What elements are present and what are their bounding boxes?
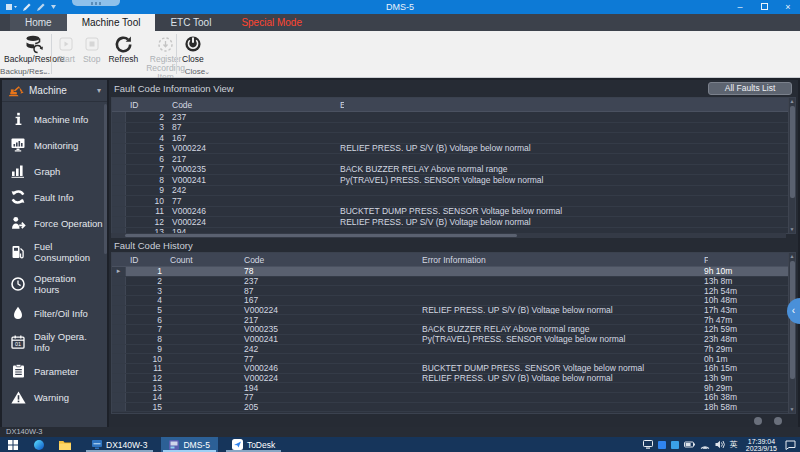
table-row[interactable]: 5V000224RELIEF PRESS. UP S/V (B) Voltage… xyxy=(112,306,795,316)
table-row[interactable]: 6217 xyxy=(112,154,795,165)
column-header[interactable]: ID xyxy=(126,253,166,266)
scrollbar-thumb[interactable] xyxy=(125,234,517,237)
fault-view-hscrollbar[interactable] xyxy=(111,233,786,238)
file-explorer-icon[interactable] xyxy=(52,437,78,452)
group-backup-label[interactable]: Backup/Res...⌄ xyxy=(0,66,50,77)
tab-home[interactable]: Home xyxy=(10,14,67,31)
taskbar-clock[interactable]: 17:39:04 2023/9/15 xyxy=(743,438,780,452)
table-cell xyxy=(418,267,700,276)
sidebar-item-filter-oil-info[interactable]: Filter/Oil Info xyxy=(2,300,107,326)
tray-monitor-icon[interactable] xyxy=(643,440,653,449)
clock-time: 17:39:04 xyxy=(748,438,775,445)
status-dot xyxy=(774,417,782,425)
table-cell xyxy=(418,315,700,324)
table-cell xyxy=(166,277,240,286)
status-dots xyxy=(754,417,782,425)
fault-history-vscrollbar[interactable]: ▲ ▼ xyxy=(788,253,795,413)
all-faults-list-button[interactable]: All Faults List xyxy=(708,82,792,95)
table-row[interactable]: 1077 xyxy=(112,196,795,207)
taskbar-item-todesk[interactable]: ToDesk xyxy=(224,437,283,452)
table-row[interactable]: 11V000246BUCKTET DUMP PRESS. SENSOR Volt… xyxy=(112,364,795,374)
table-row[interactable]: 7V000235BACK BUZZER RELAY Above normal r… xyxy=(112,165,795,176)
column-header[interactable]: Code xyxy=(168,98,336,111)
column-header[interactable]: Code xyxy=(240,253,418,266)
system-tray: 英 17:39:04 2023/9/15 xyxy=(643,437,800,452)
table-row[interactable]: 1520518h 58m xyxy=(112,403,795,413)
sidebar-item-operation-hours[interactable]: Operation Hours xyxy=(2,268,107,300)
tray-todesk-icon[interactable] xyxy=(658,441,666,449)
column-header[interactable]: ID xyxy=(126,98,168,111)
sidebar-item-force-operation[interactable]: Force Operation xyxy=(2,210,107,236)
table-row[interactable]: 7V000235BACK BUZZER RELAY Above normal r… xyxy=(112,325,795,335)
speaker-icon[interactable] xyxy=(715,440,725,449)
sidebar-item-label: Force Operation xyxy=(34,218,103,229)
close-tool-button[interactable]: Close xyxy=(178,33,208,64)
notification-center-icon[interactable] xyxy=(785,440,796,450)
table-row[interactable]: 5V000224RELIEF PRESS. UP S/V (B) Voltage… xyxy=(112,144,795,155)
register-recording-icon xyxy=(157,34,174,54)
table-row[interactable]: 12V000224RELIEF PRESS. UP S/V (B) Voltag… xyxy=(112,374,795,384)
group-close-label[interactable]: Close⌄ xyxy=(178,66,212,77)
scroll-up-icon[interactable]: ▲ xyxy=(790,98,795,105)
input-language-indicator[interactable]: 英 xyxy=(730,439,738,450)
sidebar-item-label: Warning xyxy=(34,392,69,403)
table-row[interactable]: 8V000241Py(TRAVEL) PRESS. SENSOR Voltage… xyxy=(112,175,795,186)
taskbar-item-dx140w-3[interactable]: DX140W-3 xyxy=(84,437,155,452)
table-row[interactable]: 92427h 29m xyxy=(112,345,795,355)
tray-app-icon[interactable] xyxy=(671,441,679,449)
table-row[interactable]: 11V000246BUCKTET DUMP PRESS. SENSOR Volt… xyxy=(112,207,795,218)
table-row[interactable]: 416710h 48m xyxy=(112,296,795,306)
sidebar-scrollbar[interactable] xyxy=(104,104,107,254)
refresh-button[interactable]: Refresh xyxy=(104,33,142,64)
sidebar-item-parameter[interactable]: Parameter xyxy=(2,358,107,384)
network-icon[interactable] xyxy=(700,441,710,449)
table-row[interactable]: 223713h 8m xyxy=(112,277,795,287)
table-row[interactable]: 12V000224RELIEF PRESS. UP S/V (B) Voltag… xyxy=(112,217,795,228)
sidebar-item-warning[interactable]: Warning xyxy=(2,384,107,410)
table-row[interactable]: 10770h 1m xyxy=(112,354,795,364)
sidebar-item-machine-info[interactable]: Machine Info xyxy=(2,106,107,132)
table-cell xyxy=(418,286,700,295)
fault-history-body: ▸1789h 10m223713h 8m38712h 54m416710h 48… xyxy=(112,267,795,413)
battery-icon[interactable] xyxy=(684,441,695,448)
scrollbar-thumb[interactable] xyxy=(790,106,795,198)
table-cell: RELIEF PRESS. UP S/V (B) Voltage below n… xyxy=(336,217,795,227)
table-row[interactable]: 2237 xyxy=(112,112,795,123)
table-row[interactable]: 4167 xyxy=(112,133,795,144)
table-row[interactable]: 387 xyxy=(112,123,795,134)
sidebar-item-fault-info[interactable]: Fault Info xyxy=(2,184,107,210)
column-header[interactable]: Error Information xyxy=(418,253,700,266)
table-row[interactable]: 38712h 54m xyxy=(112,286,795,296)
sidebar-item-fuel-consumption[interactable]: Fuel Consumption xyxy=(2,236,107,268)
sidebar-item-monitoring[interactable]: Monitoring xyxy=(2,132,107,158)
scroll-down-icon[interactable]: ▼ xyxy=(790,226,795,233)
minimize-button[interactable]: – xyxy=(728,0,752,14)
table-row[interactable]: 8V000241Py(TRAVEL) PRESS. SENSOR Voltage… xyxy=(112,335,795,345)
table-row[interactable]: 131949h 29m xyxy=(112,383,795,393)
maximize-button[interactable] xyxy=(752,0,776,14)
table-row[interactable]: ▸1789h 10m xyxy=(112,267,795,277)
table-row[interactable]: 147716h 38m xyxy=(112,393,795,403)
sidebar-item-daily-opera-info[interactable]: 01Daily Opera. Info xyxy=(2,326,107,358)
table-cell xyxy=(166,325,240,334)
machine-selector[interactable]: Machine ▾ xyxy=(2,80,107,102)
tab-etc-tool[interactable]: ETC Tool xyxy=(155,14,226,31)
table-row[interactable]: 9242 xyxy=(112,186,795,197)
column-header[interactable]: Error Information xyxy=(336,98,344,111)
tab-special-mode[interactable]: Special Mode xyxy=(226,14,317,31)
column-header[interactable]: Failure Time xyxy=(700,253,708,266)
tab-machine-tool[interactable]: Machine Tool xyxy=(67,14,156,31)
scroll-up-icon[interactable]: ▲ xyxy=(790,253,795,260)
table-cell: 77 xyxy=(240,354,418,363)
column-header[interactable]: Count xyxy=(166,253,240,266)
scroll-down-icon[interactable]: ▼ xyxy=(790,406,795,413)
edge-icon[interactable] xyxy=(26,437,52,452)
fault-view-vscrollbar[interactable]: ▲ ▼ xyxy=(788,98,795,233)
sidebar-item-graph[interactable]: Graph xyxy=(2,158,107,184)
table-cell xyxy=(166,393,240,402)
taskbar-item-dms-5[interactable]: DMS-5 xyxy=(161,437,217,452)
table-row[interactable]: 62177h 47m xyxy=(112,315,795,325)
start-button[interactable] xyxy=(0,437,26,452)
taskbar: DX140W-3 DMS-5 ToDesk 英 xyxy=(0,437,800,452)
close-window-button[interactable]: × xyxy=(776,0,800,14)
